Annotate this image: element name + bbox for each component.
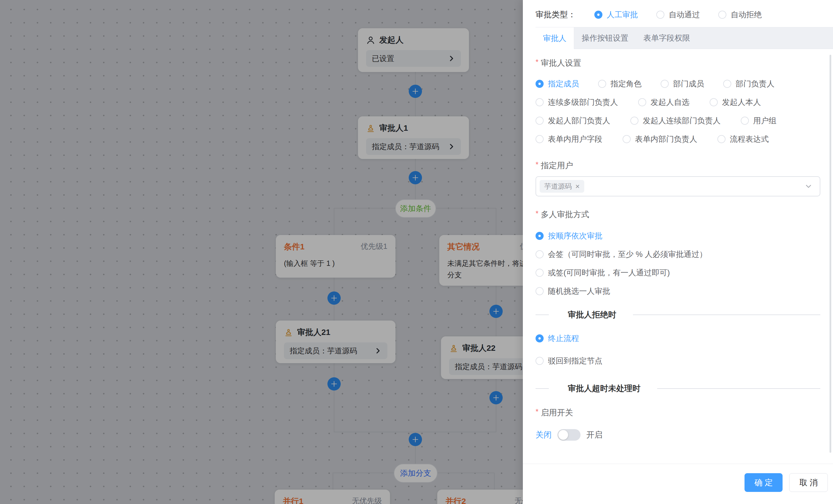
radio-dot — [723, 80, 731, 88]
radio-label: 连续多级部门负责人 — [548, 97, 618, 107]
radio-label: 人工审批 — [607, 9, 638, 20]
radio-process-expression[interactable]: 流程表达式 — [717, 134, 769, 144]
radio-label: 会签（可同时审批，至少 % 人必须审批通过） — [548, 249, 707, 259]
timeout-section-divider: 审批人超时未处理时 — [536, 384, 820, 394]
radio-dot — [594, 11, 602, 19]
divider-line — [657, 388, 820, 389]
approver-setting-row4: 表单内用户字段 表单内部门负责人 流程表达式 — [536, 134, 820, 144]
radio-return-to-node[interactable]: 驳回到指定节点 — [536, 356, 602, 366]
approver-settings-drawer: 审批类型： 人工审批 自动通过 自动拒绝 审批人 操作按钮设置 表单字段权限 审… — [523, 0, 833, 504]
assign-user-label: 指定用户 — [536, 160, 820, 171]
radio-dot — [718, 11, 727, 19]
radio-manual-approval[interactable]: 人工审批 — [594, 9, 638, 20]
radio-label: 发起人部门负责人 — [548, 116, 610, 126]
radio-dot — [536, 135, 544, 143]
radio-label: 终止流程 — [548, 333, 579, 344]
timeout-section-title: 审批人超时未处理时 — [568, 383, 640, 394]
approval-type-label: 审批类型： — [536, 9, 576, 20]
switch-off-label: 关闭 — [536, 429, 552, 440]
chevron-down-icon — [804, 182, 813, 191]
radio-dot — [717, 135, 725, 143]
radio-dot — [661, 80, 669, 88]
tab-label: 审批人 — [543, 33, 566, 44]
timeout-toggle-switch[interactable] — [557, 429, 580, 440]
radio-form-user-field[interactable]: 表单内用户字段 — [536, 134, 602, 144]
radio-or-sign[interactable]: 或签(可同时审批，有一人通过即可) — [536, 268, 670, 278]
radio-label: 随机挑选一人审批 — [548, 286, 610, 296]
tab-label: 表单字段权限 — [643, 33, 690, 43]
radio-dot — [630, 117, 638, 125]
radio-label: 部门成员 — [673, 79, 704, 89]
divider-line — [633, 314, 820, 315]
reject-section-divider: 审批人拒绝时 — [536, 310, 820, 320]
radio-dot — [623, 135, 630, 143]
approver-setting-row2: 连续多级部门负责人 发起人自选 发起人本人 — [536, 97, 820, 107]
user-tag-text: 芋道源码 — [544, 182, 572, 191]
user-tag: 芋道源码 × — [540, 180, 584, 193]
timeout-switch-row: 关闭 开启 — [536, 429, 820, 441]
radio-dot — [536, 250, 544, 258]
assign-user-select[interactable]: 芋道源码 × — [536, 176, 820, 196]
radio-approve-in-order[interactable]: 按顺序依次审批 — [536, 231, 602, 241]
switch-on-label: 开启 — [586, 429, 602, 440]
radio-initiator-select[interactable]: 发起人自选 — [638, 97, 689, 107]
radio-label: 表单内用户字段 — [548, 134, 602, 144]
settings-tabbar: 审批人 操作按钮设置 表单字段权限 — [536, 27, 833, 49]
scrollbar-thumb[interactable] — [830, 55, 831, 453]
radio-dot — [710, 98, 718, 106]
approval-type-row: 审批类型： 人工审批 自动通过 自动拒绝 — [523, 0, 833, 23]
radio-terminate-process[interactable]: 终止流程 — [536, 333, 579, 344]
radio-dot — [536, 117, 544, 125]
radio-dept-member[interactable]: 部门成员 — [661, 79, 704, 89]
radio-random-one[interactable]: 随机挑选一人审批 — [536, 286, 610, 296]
confirm-button[interactable]: 确 定 — [744, 473, 783, 492]
multi-approve-options: 按顺序依次审批 会签（可同时审批，至少 % 人必须审批通过） 或签(可同时审批，… — [536, 231, 820, 296]
radio-dot — [536, 357, 544, 365]
radio-initiator-multi-dept-leader[interactable]: 发起人连续部门负责人 — [630, 116, 720, 126]
radio-form-dept-leader[interactable]: 表单内部门负责人 — [623, 134, 697, 144]
approver-setting-label: 审批人设置 — [536, 58, 820, 69]
radio-dot — [536, 98, 544, 106]
radio-auto-reject[interactable]: 自动拒绝 — [718, 9, 762, 20]
radio-dot — [741, 117, 749, 125]
tab-approver[interactable]: 审批人 — [536, 27, 574, 49]
radio-assigned-member[interactable]: 指定成员 — [536, 79, 579, 89]
approver-setting-row3: 发起人部门负责人 发起人连续部门负责人 用户组 — [536, 116, 820, 126]
tab-form-field-permissions[interactable]: 表单字段权限 — [636, 27, 697, 49]
radio-label: 发起人本人 — [722, 97, 761, 107]
radio-assigned-role[interactable]: 指定角色 — [598, 79, 642, 89]
radio-dot — [536, 334, 544, 343]
radio-label: 发起人自选 — [650, 97, 689, 107]
radio-user-group[interactable]: 用户组 — [741, 116, 777, 126]
radio-multi-level-dept-leader[interactable]: 连续多级部门负责人 — [536, 97, 618, 107]
radio-dot — [536, 269, 544, 277]
radio-initiator-self[interactable]: 发起人本人 — [710, 97, 761, 107]
radio-dept-leader[interactable]: 部门负责人 — [723, 79, 775, 89]
radio-label: 指定角色 — [611, 79, 642, 89]
radio-label: 部门负责人 — [736, 79, 775, 89]
divider-line — [536, 388, 549, 389]
radio-countersign[interactable]: 会签（可同时审批，至少 % 人必须审批通过） — [536, 249, 707, 259]
radio-auto-approve[interactable]: 自动通过 — [656, 9, 700, 20]
radio-label: 自动拒绝 — [731, 9, 762, 20]
reject-section-title: 审批人拒绝时 — [568, 309, 616, 320]
radio-label: 自动通过 — [669, 9, 700, 20]
radio-label: 流程表达式 — [730, 134, 769, 144]
radio-label: 表单内部门负责人 — [635, 134, 697, 144]
radio-dot — [536, 287, 544, 295]
tag-close-icon[interactable]: × — [575, 183, 580, 190]
drawer-content[interactable]: 审批人设置 指定成员 指定角色 部门成员 部门负责人 连续多级部门负责人 发起人… — [523, 47, 833, 453]
radio-dot — [536, 80, 544, 88]
radio-label: 用户组 — [753, 116, 777, 126]
tab-action-buttons[interactable]: 操作按钮设置 — [574, 27, 636, 49]
radio-label: 发起人连续部门负责人 — [643, 116, 720, 126]
approver-setting-row1: 指定成员 指定角色 部门成员 部门负责人 — [536, 79, 820, 89]
radio-dot — [638, 98, 646, 106]
multi-approve-label: 多人审批方式 — [536, 209, 820, 220]
enable-switch-label: 启用开关 — [536, 407, 820, 418]
radio-label: 或签(可同时审批，有一人通过即可) — [548, 268, 670, 278]
cancel-button[interactable]: 取 消 — [789, 473, 828, 492]
radio-initiator-dept-leader[interactable]: 发起人部门负责人 — [536, 116, 610, 126]
tab-label: 操作按钮设置 — [582, 33, 628, 43]
radio-label: 指定成员 — [548, 79, 579, 89]
